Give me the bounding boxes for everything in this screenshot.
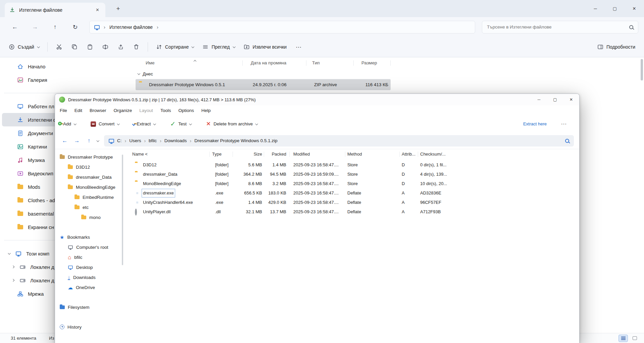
separator[interactable] <box>399 152 400 157</box>
separator[interactable] <box>345 152 345 157</box>
column-header-checksum[interactable]: Checksum/... <box>420 149 446 159</box>
peazip-title-bar[interactable]: Dressmaker Prototype Windows 0.5.1.zip |… <box>55 94 579 105</box>
more-button[interactable]: … <box>292 41 305 53</box>
column-header-name[interactable]: Name < <box>132 149 148 159</box>
tree-item-folder[interactable]: EmbedRuntime <box>55 192 123 202</box>
tree-item-folder[interactable]: dressmaker_Data <box>55 172 123 182</box>
tree-item-archive-root[interactable]: Dressmaker Prototype <box>55 152 123 162</box>
forward-icon[interactable]: → <box>72 137 81 144</box>
chevron-down-icon[interactable] <box>255 122 258 125</box>
search-icon[interactable] <box>629 25 633 29</box>
tab-close-icon[interactable]: ✕ <box>94 7 101 13</box>
crumb-user[interactable]: bfilc <box>149 138 157 143</box>
explorer-tab[interactable]: Изтеглени файлове ✕ <box>5 3 105 17</box>
row-name[interactable]: dressmaker.exe <box>142 189 175 197</box>
menu-edit[interactable]: Edit <box>75 108 82 113</box>
tree-item-folder[interactable]: mono <box>55 212 123 222</box>
back-icon[interactable]: ← <box>9 21 21 33</box>
archive-row[interactable]: MonoBleedingEdge [folder] 8.6 MB 3.2 MB … <box>123 179 579 188</box>
add-button[interactable]: + Add <box>60 121 76 126</box>
column-header-method[interactable]: Method <box>347 149 362 159</box>
details-pane-button[interactable]: Подробности <box>594 41 639 53</box>
search-input[interactable] <box>487 24 629 30</box>
view-button[interactable]: Преглед <box>199 41 238 53</box>
tree-item-folder[interactable]: etc <box>55 202 123 212</box>
close-button[interactable]: ✕ <box>625 0 644 17</box>
search-icon[interactable] <box>565 139 569 143</box>
chevron-down-icon[interactable] <box>8 252 10 254</box>
extract-here-link[interactable]: Extract here <box>523 121 547 126</box>
separator[interactable] <box>418 152 418 157</box>
archive-row[interactable]: UnityPlayer.dll .dll 32.1 MB 13.7 MB 202… <box>123 207 579 217</box>
crumb-archive[interactable]: Dressmaker Prototype Windows 0.5.1.zip <box>194 138 278 143</box>
file-name[interactable]: Dressmaker Prototype Windows 0.5.1 <box>149 79 225 90</box>
sidebar-item-home[interactable]: Начало <box>2 60 132 73</box>
column-header-size[interactable]: Size <box>235 149 262 159</box>
column-header-type[interactable]: Тип <box>312 58 320 68</box>
menu-file[interactable]: File <box>60 108 67 113</box>
menu-browser[interactable]: Browser <box>90 108 106 113</box>
column-header-date[interactable]: Дата на промяна <box>251 58 286 68</box>
menu-tools[interactable]: Tools <box>160 108 171 113</box>
delete-from-archive-button[interactable]: ✕ Delete from archive <box>206 121 257 127</box>
rename-button[interactable] <box>99 41 112 53</box>
tree-item-filesystem[interactable]: Filesystem <box>55 302 123 312</box>
chevron-down-icon[interactable] <box>153 122 156 125</box>
tree-item-desktop[interactable]: Desktop <box>55 262 123 272</box>
tree-item-onedrive[interactable]: ☁ OneDrive <box>55 282 123 292</box>
chevron-down-icon[interactable] <box>189 122 192 125</box>
paste-button[interactable] <box>83 41 97 53</box>
column-header-type[interactable]: Type <box>212 149 221 159</box>
crumb-downloads[interactable]: Downloads <box>164 138 187 143</box>
menu-help[interactable]: Help <box>201 108 211 113</box>
archive-row[interactable]: dressmaker_Data [folder] 364.2 MB 94.5 M… <box>123 170 579 179</box>
cut-button[interactable] <box>52 41 66 53</box>
extract-button[interactable]: Extract <box>134 121 155 126</box>
row-name[interactable]: D3D12 <box>143 160 156 170</box>
test-button[interactable]: ✓ Test <box>170 121 191 127</box>
group-header-today[interactable]: Днес <box>134 69 153 79</box>
breadcrumb[interactable]: › Изтеглени файлове › <box>89 21 475 34</box>
separator[interactable] <box>390 60 391 66</box>
archive-row-focused[interactable]: dressmaker.exe .exe 656.5 KB 183.0 KB 20… <box>123 188 579 198</box>
up-icon[interactable]: ↑ <box>49 21 61 33</box>
chevron-down-icon[interactable] <box>73 122 76 125</box>
column-header-size[interactable]: Размер <box>361 58 377 68</box>
menu-layout[interactable]: Layout <box>139 108 153 113</box>
up-icon[interactable]: ↑ <box>85 137 93 144</box>
tree-item-downloads[interactable]: ↓ Downloads <box>55 272 123 282</box>
search-box[interactable] <box>482 21 638 34</box>
tree-item-computers-root[interactable]: Computer's root <box>55 242 123 252</box>
tree-item-user-home[interactable]: ⌂ bfilc <box>55 252 123 262</box>
back-icon[interactable]: ← <box>60 137 69 144</box>
row-name[interactable]: UnityCrashHandler64.exe <box>143 198 193 207</box>
tree-item-history[interactable]: History <box>55 322 123 332</box>
delete-button[interactable] <box>130 41 143 53</box>
minimize-button[interactable]: ─ <box>531 94 547 105</box>
details-view-toggle[interactable] <box>618 335 628 342</box>
tree-item-folder[interactable]: D3D12 <box>55 162 123 172</box>
thumbnail-view-toggle[interactable] <box>630 335 639 342</box>
minimize-button[interactable]: ─ <box>586 0 605 17</box>
separator[interactable] <box>233 152 233 157</box>
menu-organize[interactable]: Organize <box>114 108 132 113</box>
separator[interactable] <box>306 60 306 66</box>
crumb-users[interactable]: Users <box>129 138 141 143</box>
sidebar-item-gallery[interactable]: Галерия <box>2 73 132 87</box>
chevron-right-icon[interactable] <box>12 266 14 268</box>
copy-button[interactable] <box>68 41 81 53</box>
separator[interactable] <box>209 152 210 157</box>
share-button[interactable] <box>114 41 128 53</box>
crumb-drive[interactable]: C: <box>117 138 122 143</box>
archive-row[interactable]: D3D12 [folder] 5.6 MB 1.4 MB 2025-09-23 … <box>123 160 579 170</box>
peazip-breadcrumb[interactable]: C: › Users › bfilc › Downloads › Dressma… <box>104 135 574 147</box>
convert-button[interactable]: Convert <box>91 121 119 127</box>
refresh-icon[interactable]: ↻ <box>69 21 81 33</box>
more-button[interactable]: … <box>561 119 567 126</box>
chevron-down-icon[interactable] <box>117 122 120 125</box>
tree-item-folder[interactable]: MonoBleedingEdge <box>55 182 123 192</box>
maximize-button[interactable]: ▢ <box>605 0 625 17</box>
close-button[interactable]: ✕ <box>563 94 579 105</box>
column-header-modified[interactable]: Modified <box>293 149 310 159</box>
extract-all-button[interactable]: Извлечи всички <box>240 41 290 53</box>
